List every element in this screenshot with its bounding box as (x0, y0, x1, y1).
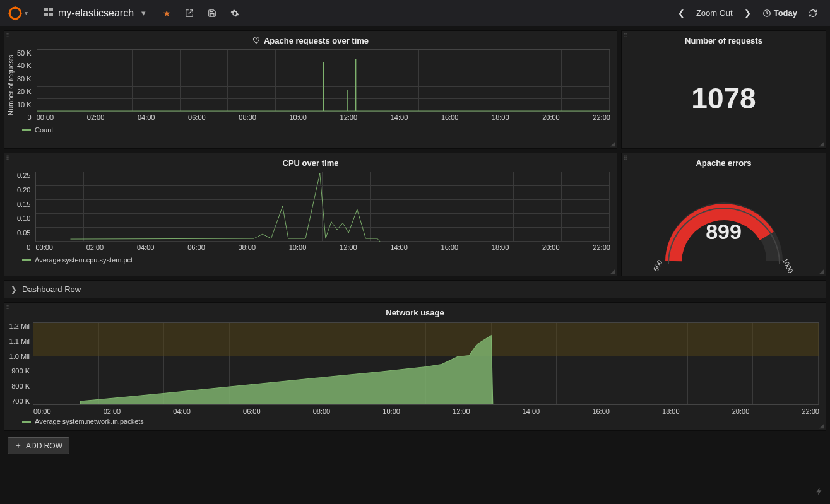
panel-title: Network usage (4, 303, 826, 320)
chart-legend[interactable]: Average system.cpu.system.pct (4, 254, 617, 269)
chart-legend[interactable]: Count (4, 124, 617, 139)
heart-icon: ♡ (252, 36, 260, 45)
time-picker-group: ❮ Zoom Out ❯ Today (674, 0, 830, 26)
gauge: 899 500 1000 (622, 170, 826, 276)
svg-marker-10 (81, 336, 493, 404)
settings-button[interactable] (223, 9, 246, 18)
collapsed-row-label: Dashboard Row (22, 284, 81, 294)
share-button[interactable] (178, 9, 201, 18)
x-axis-ticks: 00:0002:0004:0006:0008:0010:0012:0014:00… (37, 112, 610, 121)
drag-handle-icon[interactable]: ⠿ (6, 155, 10, 161)
star-button[interactable]: ★ (155, 8, 178, 18)
legend-label: Average system.network.in.packets (35, 418, 144, 425)
y-axis-ticks: 0.250.200.150.100.050 (17, 172, 33, 251)
drag-handle-icon[interactable]: ⠿ (6, 32, 10, 39)
chart-plot-area[interactable] (37, 49, 610, 112)
refresh-button[interactable] (805, 9, 821, 18)
svg-rect-2 (49, 8, 53, 11)
resize-handle-icon[interactable]: ◢ (610, 140, 615, 147)
panel-cpu-over-time[interactable]: ⠿ ◢ CPU over time 0.250.200.150.100.050 … (4, 153, 617, 276)
y-axis-ticks: 1.2 Mil1.1 Mil1.0 Mil900 K800 K700 K (4, 322, 33, 405)
resize-handle-icon[interactable]: ◢ (610, 267, 615, 274)
legend-swatch (22, 129, 31, 131)
collapsed-row-toggle[interactable]: ❯ Dashboard Row (4, 280, 826, 298)
chevron-right-icon: ❯ (11, 285, 17, 294)
dashboard-picker[interactable]: my-elasticsearch ▾ (35, 0, 155, 26)
panel-title-text: Apache requests over time (264, 36, 369, 45)
panel-title-text: CPU over time (283, 158, 339, 168)
singlestat-value: 1078 (622, 48, 826, 148)
x-axis-ticks: 00:0002:0004:0006:0008:0010:0012:0014:00… (35, 242, 610, 251)
time-range-picker[interactable]: Today (759, 8, 801, 18)
drag-handle-icon[interactable]: ⠿ (623, 32, 627, 39)
panel-title: CPU over time (4, 153, 617, 170)
y-axis-label: Number of requests (7, 49, 15, 121)
drag-handle-icon[interactable]: ⠿ (6, 304, 10, 311)
top-navbar: ▾ my-elasticsearch ▾ ★ ❮ Zoom Out ❯ Toda… (0, 0, 830, 26)
grafana-logo[interactable]: ▾ (0, 0, 35, 26)
gauge-value: 899 (706, 219, 742, 243)
svg-rect-4 (49, 13, 53, 16)
panel-apache-requests[interactable]: ⠿ ◢ ♡Apache requests over time Number of… (4, 30, 617, 149)
panel-number-of-requests[interactable]: ⠿ ◢ Number of requests 1078 (621, 30, 826, 149)
time-range-label: Today (774, 8, 797, 18)
panel-title: ♡Apache requests over time (4, 31, 617, 48)
drag-handle-icon[interactable]: ⠿ (623, 155, 627, 161)
x-axis-ticks: 00:0002:0004:0006:0008:0010:0012:0014:00… (4, 406, 826, 415)
dashboard-body: ⠿ ◢ ♡Apache requests over time Number of… (0, 26, 830, 458)
caret-down-icon: ▾ (141, 8, 146, 18)
svg-point-0 (9, 8, 21, 19)
bolt-icon[interactable] (815, 487, 824, 498)
zoom-out-button[interactable]: Zoom Out (692, 8, 737, 18)
save-button[interactable] (201, 9, 223, 18)
legend-label: Count (35, 126, 53, 134)
plus-icon: ＋ (15, 440, 22, 451)
legend-swatch (22, 259, 31, 261)
legend-swatch (22, 421, 31, 423)
chart-plot-area[interactable] (33, 322, 819, 405)
svg-rect-3 (44, 13, 48, 16)
add-row-button[interactable]: ＋ ADD ROW (8, 437, 69, 454)
panel-title: Apache errors (622, 153, 826, 170)
panel-title-text: Number of requests (685, 36, 762, 45)
dashboard-title: my-elasticsearch (58, 8, 134, 19)
add-row-label: ADD ROW (26, 442, 62, 450)
chart-plot-area[interactable] (35, 172, 610, 242)
panel-apache-errors[interactable]: ⠿ ◢ Apache errors 899 500 1000 (621, 153, 826, 276)
resize-handle-icon[interactable]: ◢ (819, 422, 824, 429)
legend-label: Average system.cpu.system.pct (35, 256, 133, 264)
panel-title-text: Apache errors (696, 158, 751, 168)
y-axis-ticks: 50 K40 K30 K20 K10 K0 (17, 49, 34, 121)
resize-handle-icon[interactable]: ◢ (819, 140, 824, 147)
panel-title-text: Network usage (386, 308, 444, 317)
chart-legend[interactable]: Average system.network.in.packets (4, 415, 826, 430)
time-back-button[interactable]: ❮ (674, 8, 689, 18)
nav-action-group: ★ (155, 0, 246, 26)
panel-title: Number of requests (622, 31, 826, 48)
svg-rect-1 (44, 8, 48, 11)
time-forward-button[interactable]: ❯ (740, 8, 755, 18)
panel-network-usage[interactable]: ⠿ ◢ Network usage 1.2 Mil1.1 Mil1.0 Mil9… (4, 302, 826, 431)
dashboard-icon (44, 8, 53, 19)
